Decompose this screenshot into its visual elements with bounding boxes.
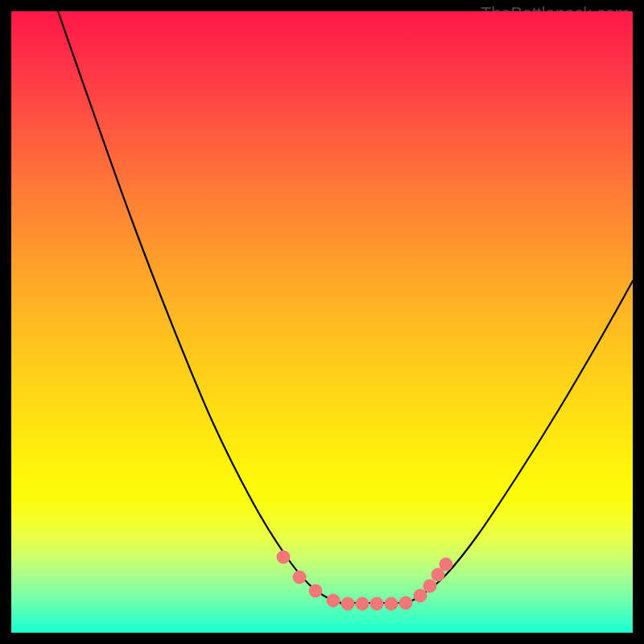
curve-dot [277,551,291,564]
curve-dot [385,597,398,611]
curve-dot [293,571,307,584]
curve-dot [440,558,453,572]
curve-dot [414,589,427,603]
curve-dot [327,594,341,608]
chart-frame [11,11,633,633]
bottleneck-curve [58,11,633,604]
curve-dot [423,580,437,593]
curve-dot [356,597,369,611]
curve-dot [399,597,413,610]
curve-dots [277,551,453,611]
curve-dot [370,597,384,611]
curve-dot [341,597,355,611]
curve-dot [309,584,323,598]
bottleneck-curve-svg [11,11,633,633]
